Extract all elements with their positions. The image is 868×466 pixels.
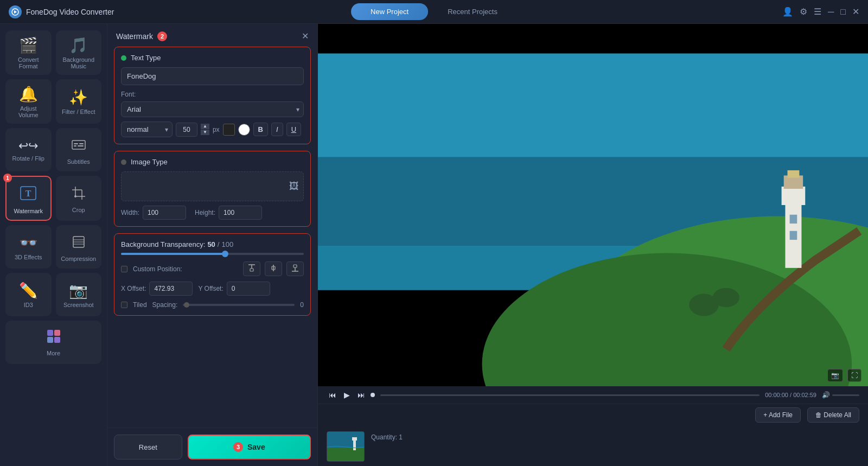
position-icons — [243, 261, 304, 276]
sidebar-item-convert-format[interactable]: 🎬 Convert Format — [5, 30, 52, 75]
font-select-row: Arial Times New Roman — [121, 101, 304, 117]
height-label: Height: — [195, 209, 215, 216]
background-music-icon: 🎵 — [69, 38, 88, 53]
window-controls: 👤 ⚙ ☰ ─ □ ✕ — [782, 7, 859, 17]
logo-icon — [9, 5, 22, 18]
watermark-close-button[interactable]: ✕ — [302, 32, 309, 41]
tiled-checkbox[interactable] — [121, 302, 127, 308]
spacing-slider[interactable] — [183, 304, 295, 306]
volume-slider[interactable] — [832, 394, 859, 396]
custom-position-row: Custom Position: — [121, 261, 304, 276]
sidebar-item-label: Convert Format — [10, 56, 47, 69]
y-offset-group: Y Offset: — [198, 282, 270, 296]
sidebar-item-label: Subtitles — [67, 158, 90, 165]
filter-effect-icon: ✨ — [69, 90, 88, 105]
screenshot-icon: 📷 — [69, 283, 88, 298]
skip-forward-button[interactable]: ⏭ — [355, 390, 367, 400]
add-file-button[interactable]: + Add File — [755, 407, 801, 423]
font-style-select[interactable]: normal bold italic — [121, 122, 173, 137]
menu-icon[interactable]: ☰ — [814, 7, 821, 17]
svg-rect-40 — [788, 170, 800, 178]
save-badge: 3 — [233, 442, 243, 452]
new-project-tab[interactable]: New Project — [351, 3, 428, 20]
text-type-section: Text Type Font: Arial Times New Roman — [114, 47, 311, 144]
height-input[interactable] — [219, 206, 262, 220]
quantity-label: Quantity: 1 — [371, 433, 403, 441]
watermark-icon: T — [20, 184, 37, 205]
playback-bar: ⏮ ▶ ⏭ 00:00:00 / 00:02:59 🔊 — [318, 386, 868, 404]
minimize-icon[interactable]: ─ — [828, 7, 834, 17]
watermark-content: Text Type Font: Arial Times New Roman — [107, 47, 317, 427]
bg-separator: / — [218, 240, 220, 248]
custom-position-checkbox[interactable] — [121, 266, 127, 272]
delete-all-button[interactable]: 🗑 Delete All — [807, 407, 859, 423]
sidebar-item-subtitles[interactable]: Subtitles — [56, 128, 102, 171]
reset-button[interactable]: Reset — [114, 435, 182, 459]
video-thumbnail[interactable] — [327, 431, 365, 462]
video-preview: 📷 ⛶ — [318, 24, 868, 386]
sidebar-item-screenshot[interactable]: 📷 Screenshot — [56, 273, 102, 316]
italic-button[interactable]: I — [271, 123, 283, 136]
sidebar-item-crop[interactable]: Crop — [56, 176, 102, 221]
width-input[interactable] — [143, 206, 186, 220]
font-size-input[interactable] — [176, 123, 197, 137]
maximize-icon[interactable]: □ — [840, 7, 846, 17]
sidebar-grid: 🎬 Convert Format 🎵 Background Music 🔔 Ad… — [5, 30, 101, 316]
user-icon[interactable]: 👤 — [782, 7, 793, 17]
sidebar-item-label: Screenshot — [63, 302, 94, 308]
rotate-flip-icon: ↩↪ — [18, 140, 38, 152]
recent-projects-tab[interactable]: Recent Projects — [428, 3, 517, 20]
compression-icon — [71, 234, 86, 252]
thumbnail-image — [327, 432, 365, 462]
font-size-down[interactable]: ▼ — [201, 130, 209, 135]
app-name: FoneDog Video Converter — [26, 8, 114, 16]
svg-rect-2 — [72, 141, 85, 149]
underline-button[interactable]: U — [286, 123, 301, 136]
crop-icon — [71, 186, 86, 203]
sidebar-item-adjust-volume[interactable]: 🔔 Adjust Volume — [5, 79, 52, 124]
volume-icon[interactable]: 🔊 — [822, 391, 830, 399]
sidebar-item-filter-effect[interactable]: ✨ Filter / Effect — [56, 79, 102, 124]
sidebar-item-background-music[interactable]: 🎵 Background Music — [56, 30, 102, 75]
sidebar-item-label: More — [47, 350, 60, 356]
font-color-circle[interactable] — [238, 124, 250, 136]
image-upload-area[interactable]: 🖼 — [121, 171, 304, 201]
skip-back-button[interactable]: ⏮ — [327, 390, 339, 400]
custom-position-label: Custom Position: — [133, 265, 182, 273]
sidebar-item-more[interactable]: More — [5, 321, 101, 364]
camera-button[interactable]: 📷 — [827, 369, 843, 382]
align-center-button[interactable] — [265, 261, 282, 276]
fullscreen-button[interactable]: ⛶ — [847, 369, 861, 382]
align-top-button[interactable] — [243, 261, 260, 276]
sidebar-item-watermark-wrapper: 1 T Watermark — [5, 176, 52, 221]
background-transparency-section: Background Transparency: 50 / 100 Custom… — [114, 233, 311, 316]
font-size-up[interactable]: ▲ — [201, 124, 209, 129]
play-button[interactable]: ▶ — [342, 390, 352, 400]
save-button[interactable]: 3 Save — [188, 435, 311, 459]
align-bottom-button[interactable] — [286, 261, 304, 276]
watermark-title-text: Watermark — [116, 32, 153, 41]
3d-effects-icon: 👓 — [19, 235, 38, 251]
sidebar-item-compression[interactable]: Compression — [56, 225, 102, 269]
watermark-text-input[interactable] — [121, 67, 304, 85]
sidebar-item-watermark[interactable]: T Watermark — [5, 176, 52, 221]
bold-button[interactable]: B — [253, 123, 268, 136]
svg-text:T: T — [25, 189, 31, 198]
sidebar-item-id3[interactable]: ✏️ ID3 — [5, 273, 52, 316]
sidebar-item-rotate-flip[interactable]: ↩↪ Rotate / Flip — [5, 128, 52, 171]
sidebar-item-label: 3D Effects — [15, 254, 42, 260]
x-offset-input[interactable] — [149, 282, 193, 296]
sidebar-item-3d-effects[interactable]: 👓 3D Effects — [5, 225, 52, 269]
file-actions: + Add File 🗑 Delete All — [318, 404, 868, 427]
y-offset-input[interactable] — [227, 282, 270, 296]
timeline-bar[interactable] — [380, 394, 760, 396]
font-select[interactable]: Arial Times New Roman — [121, 101, 304, 117]
sidebar-item-label: Background Music — [60, 56, 98, 69]
settings-icon[interactable]: ⚙ — [800, 7, 807, 17]
font-color-swatch[interactable] — [223, 124, 235, 136]
close-icon[interactable]: ✕ — [852, 7, 859, 17]
sidebar-item-label: ID3 — [24, 302, 33, 308]
app-logo: FoneDog Video Converter — [9, 5, 114, 18]
image-type-section: Image Type 🖼 Width: Height: — [114, 151, 311, 227]
transparency-slider[interactable] — [121, 253, 304, 255]
